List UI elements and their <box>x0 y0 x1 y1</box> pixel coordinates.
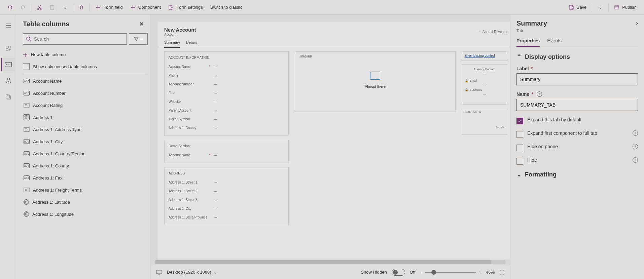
form-field-row[interactable]: Address 1: State/Province--- <box>169 213 284 222</box>
form-preview[interactable]: New Account Account ⋯ Annual Revenue Sum… <box>157 22 510 260</box>
chevron-right-icon[interactable]: › <box>636 19 638 27</box>
rail-components[interactable] <box>1 42 15 55</box>
form-entity: Account <box>164 33 196 36</box>
column-item[interactable]: Address 1: Latitude <box>23 196 148 208</box>
form-settings-button[interactable]: Form settings <box>165 1 206 13</box>
form-field-row[interactable]: Address 1: City--- <box>169 204 284 213</box>
rail-libraries[interactable] <box>1 90 15 104</box>
section-timeline[interactable]: Timeline Almost there <box>295 51 455 112</box>
column-item[interactable]: AbcAccount Number <box>23 87 148 99</box>
unused-only-label: Show only unused table columns <box>33 64 97 69</box>
search-input-wrapper[interactable] <box>23 33 127 45</box>
rp-hide-phone-row[interactable]: Hide on phone i <box>516 144 638 151</box>
form-field-row[interactable]: Address 1: Street 2--- <box>169 187 284 195</box>
column-item[interactable]: AbcAddress 1: County <box>23 160 148 172</box>
show-hidden-toggle[interactable] <box>392 269 405 276</box>
column-list[interactable]: AbcAccount NameAbcAccount NumberAccount … <box>23 75 148 279</box>
new-table-column-button[interactable]: New table column <box>23 49 148 60</box>
publish-icon <box>614 5 619 10</box>
column-item[interactable]: AbcdefAddress 1 <box>23 111 148 123</box>
column-item[interactable]: AbcAccount Name <box>23 75 148 87</box>
column-item[interactable]: Address 1: Address Type <box>23 123 148 135</box>
form-tab-summary[interactable]: Summary <box>164 40 180 48</box>
rp-hide-phone-checkbox[interactable] <box>516 145 523 151</box>
rp-expand-default-checkbox[interactable]: ✓ <box>516 118 523 124</box>
form-field-row[interactable]: Address 1: County--- <box>169 123 284 132</box>
section-demo[interactable]: Demo Section Account Name*--- <box>164 140 289 163</box>
svg-rect-13 <box>24 103 29 107</box>
chevron-down-icon: ⌄ <box>62 5 68 10</box>
info-icon[interactable]: i <box>633 157 638 163</box>
form-field-row[interactable]: Phone--- <box>169 71 284 80</box>
rp-expand-first-checkbox[interactable] <box>516 131 523 138</box>
form-field-row[interactable]: Account Name*--- <box>169 62 284 71</box>
redo-button[interactable] <box>17 1 29 13</box>
svg-rect-18 <box>156 270 162 274</box>
form-field-row[interactable]: Fax--- <box>169 88 284 97</box>
column-item[interactable]: AbcAddress 1: Fax <box>23 172 148 184</box>
rp-section-formatting[interactable]: ⌄ Formatting <box>516 171 638 178</box>
rp-label-input[interactable] <box>516 73 638 85</box>
search-input[interactable] <box>34 36 124 42</box>
canvas-horizontal-scrollbar[interactable] <box>151 260 510 265</box>
canvas-scroll[interactable]: New Account Account ⋯ Annual Revenue Sum… <box>151 15 510 260</box>
rp-label-label: Label* <box>516 66 638 71</box>
info-icon[interactable]: i <box>537 91 542 97</box>
rp-expand-default-row[interactable]: ✓ Expand this tab by default <box>516 117 638 124</box>
switch-classic-button[interactable]: Switch to classic <box>207 1 246 13</box>
form-field-row[interactable]: Parent Account--- <box>169 106 284 115</box>
rp-expand-first-row[interactable]: Expand first component to full tab i <box>516 130 638 138</box>
section-address[interactable]: ADDRESS Address 1: Street 1---Address 1:… <box>164 167 289 225</box>
rp-name-input[interactable] <box>516 99 638 111</box>
column-item[interactable]: Address 1: Longitude <box>23 208 148 220</box>
zoom-slider[interactable]: − + <box>420 270 481 275</box>
close-icon[interactable]: ✕ <box>139 21 144 27</box>
filter-button[interactable]: ⌄ <box>129 33 148 45</box>
column-item[interactable]: AbcAddress 1: Country/Region <box>23 148 148 160</box>
form-field-row[interactable]: Website--- <box>169 97 284 106</box>
fit-icon[interactable] <box>499 270 505 275</box>
paste-button[interactable] <box>46 1 58 13</box>
zoom-in-icon[interactable]: + <box>478 270 481 275</box>
paste-dropdown[interactable]: ⌄ <box>59 1 71 13</box>
column-item[interactable]: AbcAddress 1: City <box>23 135 148 148</box>
info-icon[interactable]: i <box>633 130 638 136</box>
form-tab-details[interactable]: Details <box>186 40 198 48</box>
delete-button[interactable] <box>75 1 87 13</box>
save-dropdown[interactable]: ⌄ <box>594 1 606 13</box>
card-error[interactable]: Error loading control <box>462 51 507 61</box>
unused-only-checkbox[interactable] <box>23 63 30 70</box>
rail-hamburger[interactable] <box>1 19 15 32</box>
switch-classic-label: Switch to classic <box>210 5 242 10</box>
card-contacts[interactable]: CONTACTS No da <box>462 108 507 135</box>
form-field-row[interactable]: Address 1: Street 1--- <box>169 178 284 187</box>
rp-hide-row[interactable]: Hide i <box>516 157 638 165</box>
rail-table-columns[interactable]: Abc <box>1 58 15 71</box>
add-form-field-button[interactable]: Form field <box>92 1 126 13</box>
rp-hide-checkbox[interactable] <box>516 158 523 165</box>
unused-only-checkbox-row[interactable]: Show only unused table columns <box>23 60 148 75</box>
card-primary-contact[interactable]: Primary Contact --- 🔒Email --- 🔒Business… <box>462 64 507 105</box>
form-field-row[interactable]: Account Number--- <box>169 80 284 88</box>
form-field-row[interactable]: Address 1: Street 3--- <box>169 195 284 204</box>
section-account-info[interactable]: ACCOUNT INFORMATION Account Name*---Phon… <box>164 51 289 136</box>
column-item[interactable]: Account Rating <box>23 99 148 111</box>
error-link[interactable]: Error loading control <box>465 54 495 57</box>
rail-tree[interactable] <box>1 74 15 87</box>
chevron-down-icon: ⌄ <box>213 270 217 275</box>
rp-tab-events[interactable]: Events <box>547 38 562 47</box>
add-component-button[interactable]: Component <box>127 1 164 13</box>
form-field-row[interactable]: Account Name*--- <box>169 151 284 159</box>
undo-button[interactable] <box>4 1 16 13</box>
cut-button[interactable] <box>33 1 45 13</box>
save-button[interactable]: Save <box>565 1 590 13</box>
device-selector[interactable]: Desktop (1920 x 1080)⌄ <box>167 270 217 275</box>
publish-button[interactable]: Publish <box>611 1 640 13</box>
column-item[interactable]: Address 1: Freight Terms <box>23 184 148 196</box>
zoom-out-icon[interactable]: − <box>420 270 423 275</box>
form-field-row[interactable]: Ticker Symbol--- <box>169 115 284 123</box>
info-icon[interactable]: i <box>633 144 638 149</box>
rp-section-display-options[interactable]: ⌃ Display options <box>516 53 638 61</box>
svg-rect-9 <box>6 49 8 51</box>
rp-tab-properties[interactable]: Properties <box>516 38 540 47</box>
